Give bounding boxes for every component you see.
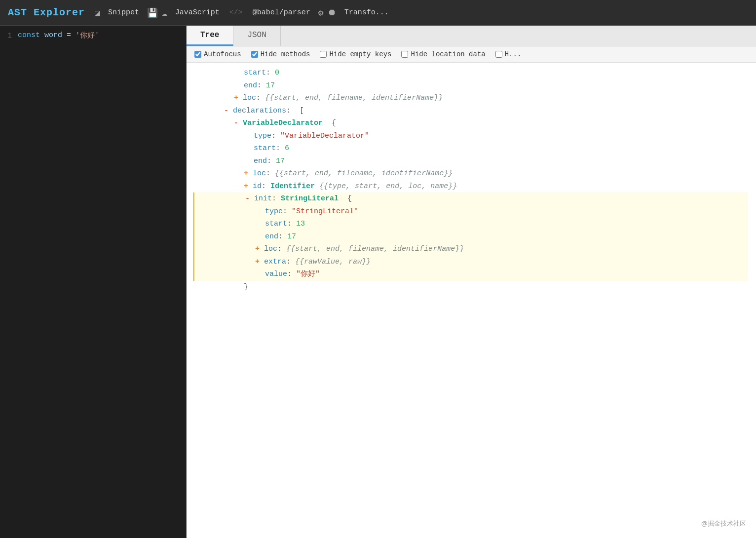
varDeclarator-open-brace: {	[332, 117, 336, 130]
tree-row-init: - init : StringLiteral {	[196, 192, 748, 205]
tab-tree[interactable]: Tree	[187, 26, 233, 46]
vd-start-key: start	[254, 142, 276, 155]
tree-row-declarations: - declarations : [	[194, 105, 748, 117]
loc-toggle[interactable]: +	[234, 92, 238, 105]
tree-row-loc: + loc : {{start, end, filename, identifi…	[194, 92, 748, 105]
hide-type-annotations-label: H...	[505, 50, 522, 58]
id-key: id	[253, 180, 262, 193]
id-type: Identifier	[270, 180, 315, 193]
save-icon[interactable]: 💾	[147, 7, 158, 18]
code-keyword: const	[18, 31, 40, 39]
code-line-1: 1 const word = '你好'	[0, 30, 186, 41]
option-hide-methods[interactable]: Hide methods	[251, 50, 310, 58]
tree-row-varDeclarator: - VariableDeclarator {	[194, 117, 748, 130]
option-hide-empty-keys[interactable]: Hide empty keys	[320, 50, 391, 58]
ast-tree-content: start : 0 end : 17 + loc : {{start, end,…	[187, 63, 756, 538]
vd-loc-collapsed: {{start, end, filename, identifierName}}	[275, 167, 453, 180]
hide-location-data-checkbox[interactable]	[401, 51, 408, 58]
ast-viewer-pane: Tree JSON Autofocus Hide methods Hide em…	[187, 26, 756, 538]
varDeclarator-toggle[interactable]: -	[234, 117, 238, 130]
snippet-icon: ◪	[95, 7, 100, 18]
vd-loc-key: loc	[253, 167, 266, 180]
loc-key: loc	[243, 92, 256, 105]
code-op: =	[62, 31, 76, 39]
sl-loc-toggle[interactable]: +	[255, 243, 260, 256]
tree-row-end: end : 17	[194, 79, 748, 92]
close-brace: }	[244, 281, 248, 294]
brand-title: AST Explorer	[8, 7, 85, 18]
tab-json[interactable]: JSON	[233, 26, 280, 46]
vd-end-key: end	[254, 155, 267, 168]
end-value: 17	[266, 79, 275, 92]
tree-row-sl-start: start : 13	[196, 218, 748, 231]
init-toggle[interactable]: -	[245, 192, 250, 205]
line-number-1: 1	[0, 32, 18, 39]
sl-start-key: start	[265, 218, 287, 231]
value-key: value	[265, 268, 287, 281]
transform-button[interactable]: Transfo...	[340, 6, 393, 19]
settings-icon[interactable]: ⚙	[318, 7, 324, 18]
value-value: "你好"	[296, 268, 320, 281]
tree-row-sl-end: end : 17	[196, 231, 748, 243]
tree-row-sl-extra: + extra : {{rawValue, raw}}	[196, 256, 748, 269]
start-key: start	[244, 67, 266, 79]
end-colon: :	[257, 79, 266, 92]
hide-methods-checkbox[interactable]	[251, 51, 258, 58]
vd-end-value: 17	[276, 155, 285, 168]
id-collapsed: {{type, start, end, loc, name}}	[319, 180, 457, 193]
start-colon: :	[266, 67, 275, 79]
navbar: AST Explorer ◪ Snippet 💾 ☁ JavaScript </…	[0, 0, 756, 26]
tree-row-vd-type: type : "VariableDeclarator"	[194, 130, 748, 143]
loc-collapsed: {{start, end, filename, identifierName}}	[265, 92, 443, 105]
vd-loc-toggle[interactable]: +	[244, 167, 248, 180]
transform-toggle-icon[interactable]: ⏺	[328, 7, 337, 18]
sl-end-key: end	[265, 231, 278, 243]
sl-extra-key: extra	[264, 256, 286, 269]
end-key: end	[244, 79, 257, 92]
options-bar: Autofocus Hide methods Hide empty keys H…	[187, 46, 756, 63]
tree-row-vd-start: start : 6	[194, 142, 748, 155]
init-open-brace: {	[347, 192, 352, 205]
code-varname: word	[40, 31, 62, 39]
sl-type-value: "StringLiteral"	[292, 205, 358, 218]
tree-row-vd-loc: + loc : {{start, end, filename, identifi…	[194, 167, 748, 180]
id-toggle[interactable]: +	[244, 180, 248, 193]
varDeclarator-type: VariableDeclarator	[243, 117, 323, 130]
hide-empty-keys-label: Hide empty keys	[329, 50, 391, 58]
nav-divider-1: </>	[229, 8, 243, 17]
option-autofocus[interactable]: Autofocus	[194, 50, 241, 58]
sl-start-value: 13	[296, 218, 305, 231]
hide-empty-keys-checkbox[interactable]	[320, 51, 327, 58]
declarations-toggle[interactable]: -	[224, 105, 228, 117]
watermark: @掘金技术社区	[701, 519, 746, 528]
main-layout: 1 const word = '你好' Tree JSON Autofocus …	[0, 26, 756, 538]
sl-loc-key: loc	[264, 243, 277, 256]
autofocus-checkbox[interactable]	[194, 51, 201, 58]
tabs-bar: Tree JSON	[187, 26, 756, 46]
init-key: init	[254, 192, 272, 205]
snippet-button[interactable]: Snippet	[104, 6, 143, 19]
tree-row-sl-type: type : "StringLiteral"	[196, 205, 748, 218]
autofocus-label: Autofocus	[204, 50, 241, 58]
hide-methods-label: Hide methods	[261, 50, 310, 58]
tree-row-id: + id : Identifier {{type, start, end, lo…	[194, 180, 748, 193]
vd-type-value: "VariableDeclarator"	[280, 130, 369, 143]
sl-extra-collapsed: {{rawValue, raw}}	[295, 256, 371, 269]
tree-row-vd-end: end : 17	[194, 155, 748, 168]
cloud-icon: ☁	[162, 7, 167, 18]
declarations-key: declarations	[233, 105, 286, 117]
hide-type-annotations-checkbox[interactable]	[495, 51, 502, 58]
parser-button[interactable]: @babel/parser	[249, 6, 314, 19]
code-editor-pane: 1 const word = '你好'	[0, 26, 187, 538]
option-hide-type-annotations[interactable]: H...	[495, 50, 522, 58]
tree-close-brace: }	[194, 281, 748, 294]
declarations-open-bracket: [	[300, 105, 304, 117]
vd-type-key: type	[254, 130, 271, 143]
option-hide-location-data[interactable]: Hide location data	[401, 50, 485, 58]
language-button[interactable]: JavaScript	[171, 6, 224, 19]
highlighted-init-block: - init : StringLiteral { type : "StringL…	[193, 192, 748, 281]
sl-extra-toggle[interactable]: +	[255, 256, 260, 269]
init-type: StringLiteral	[281, 192, 339, 205]
sl-end-value: 17	[287, 231, 296, 243]
tree-row-sl-loc: + loc : {{start, end, filename, identifi…	[196, 243, 748, 256]
